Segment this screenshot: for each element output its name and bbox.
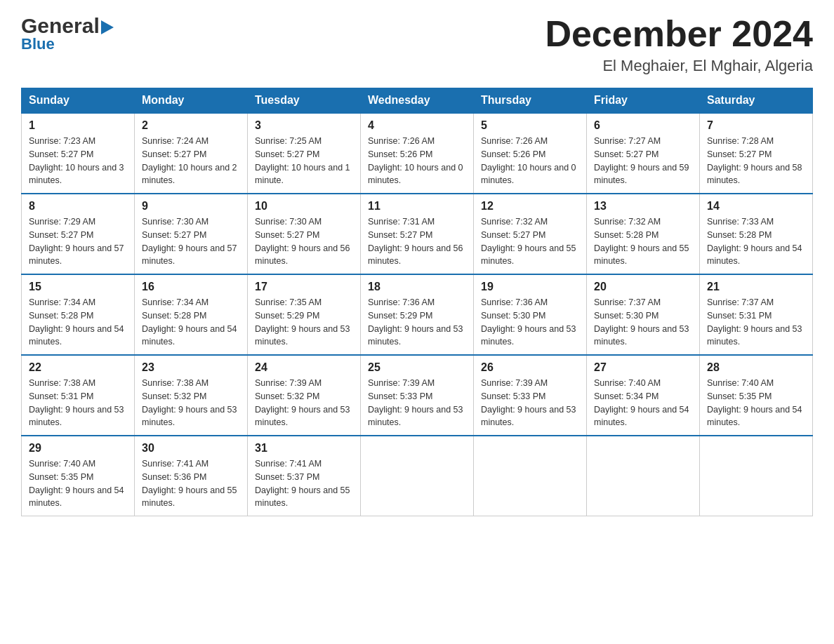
day-info: Sunrise: 7:41 AMSunset: 5:37 PMDaylight:… (255, 457, 353, 510)
day-number: 12 (481, 200, 579, 213)
calendar-day-cell: 4Sunrise: 7:26 AMSunset: 5:26 PMDaylight… (361, 113, 474, 194)
day-info: Sunrise: 7:41 AMSunset: 5:36 PMDaylight:… (142, 457, 240, 510)
day-number: 22 (29, 361, 127, 374)
calendar-empty-cell (474, 436, 587, 516)
calendar-day-cell: 1Sunrise: 7:23 AMSunset: 5:27 PMDaylight… (22, 113, 135, 194)
logo-blue-text: Blue (21, 35, 55, 53)
calendar-day-cell: 3Sunrise: 7:25 AMSunset: 5:27 PMDaylight… (248, 113, 361, 194)
day-info: Sunrise: 7:23 AMSunset: 5:27 PMDaylight:… (29, 135, 127, 187)
calendar-day-cell: 26Sunrise: 7:39 AMSunset: 5:33 PMDayligh… (474, 355, 587, 436)
day-info: Sunrise: 7:29 AMSunset: 5:27 PMDaylight:… (29, 215, 127, 268)
day-number: 20 (594, 281, 692, 293)
logo: General Blue (21, 14, 114, 53)
weekday-header-thursday: Thursday (474, 88, 587, 114)
day-number: 13 (594, 200, 692, 213)
weekday-header-monday: Monday (135, 88, 248, 114)
weekday-header-tuesday: Tuesday (248, 88, 361, 114)
month-title: December 2024 (545, 14, 813, 54)
day-info: Sunrise: 7:24 AMSunset: 5:27 PMDaylight:… (142, 135, 240, 187)
day-info: Sunrise: 7:32 AMSunset: 5:27 PMDaylight:… (481, 215, 579, 268)
day-info: Sunrise: 7:40 AMSunset: 5:35 PMDaylight:… (29, 457, 127, 510)
day-number: 28 (707, 361, 805, 374)
calendar-week-row: 15Sunrise: 7:34 AMSunset: 5:28 PMDayligh… (22, 274, 813, 355)
weekday-header-friday: Friday (587, 88, 700, 114)
title-block: December 2024 El Meghaier, El Mghair, Al… (545, 14, 813, 75)
day-info: Sunrise: 7:32 AMSunset: 5:28 PMDaylight:… (594, 215, 692, 268)
day-number: 3 (255, 119, 353, 132)
day-number: 7 (707, 119, 805, 132)
calendar-week-row: 1Sunrise: 7:23 AMSunset: 5:27 PMDaylight… (22, 113, 813, 194)
day-number: 31 (255, 442, 353, 455)
day-info: Sunrise: 7:34 AMSunset: 5:28 PMDaylight:… (29, 296, 127, 349)
day-info: Sunrise: 7:25 AMSunset: 5:27 PMDaylight:… (255, 135, 353, 187)
day-info: Sunrise: 7:37 AMSunset: 5:30 PMDaylight:… (594, 296, 692, 349)
day-number: 30 (142, 442, 240, 455)
calendar-day-cell: 2Sunrise: 7:24 AMSunset: 5:27 PMDaylight… (135, 113, 248, 194)
calendar-day-cell: 10Sunrise: 7:30 AMSunset: 5:27 PMDayligh… (248, 194, 361, 274)
calendar-week-row: 22Sunrise: 7:38 AMSunset: 5:31 PMDayligh… (22, 355, 813, 436)
calendar-table: SundayMondayTuesdayWednesdayThursdayFrid… (21, 88, 813, 516)
calendar-week-row: 29Sunrise: 7:40 AMSunset: 5:35 PMDayligh… (22, 436, 813, 516)
calendar-day-cell: 27Sunrise: 7:40 AMSunset: 5:34 PMDayligh… (587, 355, 700, 436)
calendar-empty-cell (361, 436, 474, 516)
calendar-empty-cell (587, 436, 700, 516)
calendar-day-cell: 17Sunrise: 7:35 AMSunset: 5:29 PMDayligh… (248, 274, 361, 355)
weekday-header-sunday: Sunday (22, 88, 135, 114)
day-number: 23 (142, 361, 240, 374)
logo-general-text: General (21, 14, 100, 38)
page-header: General Blue December 2024 El Meghaier, … (21, 14, 813, 75)
day-info: Sunrise: 7:39 AMSunset: 5:33 PMDaylight:… (368, 377, 466, 429)
day-number: 16 (142, 281, 240, 293)
calendar-day-cell: 11Sunrise: 7:31 AMSunset: 5:27 PMDayligh… (361, 194, 474, 274)
day-number: 11 (368, 200, 466, 213)
day-number: 24 (255, 361, 353, 374)
day-info: Sunrise: 7:39 AMSunset: 5:33 PMDaylight:… (481, 377, 579, 429)
calendar-day-cell: 22Sunrise: 7:38 AMSunset: 5:31 PMDayligh… (22, 355, 135, 436)
day-number: 9 (142, 200, 240, 213)
day-number: 8 (29, 200, 127, 213)
calendar-day-cell: 24Sunrise: 7:39 AMSunset: 5:32 PMDayligh… (248, 355, 361, 436)
day-number: 6 (594, 119, 692, 132)
day-number: 26 (481, 361, 579, 374)
calendar-day-cell: 14Sunrise: 7:33 AMSunset: 5:28 PMDayligh… (700, 194, 813, 274)
day-info: Sunrise: 7:36 AMSunset: 5:29 PMDaylight:… (368, 296, 466, 349)
day-info: Sunrise: 7:35 AMSunset: 5:29 PMDaylight:… (255, 296, 353, 349)
calendar-empty-cell (700, 436, 813, 516)
weekday-header-row: SundayMondayTuesdayWednesdayThursdayFrid… (22, 88, 813, 114)
calendar-day-cell: 13Sunrise: 7:32 AMSunset: 5:28 PMDayligh… (587, 194, 700, 274)
calendar-day-cell: 23Sunrise: 7:38 AMSunset: 5:32 PMDayligh… (135, 355, 248, 436)
calendar-day-cell: 31Sunrise: 7:41 AMSunset: 5:37 PMDayligh… (248, 436, 361, 516)
calendar-day-cell: 7Sunrise: 7:28 AMSunset: 5:27 PMDaylight… (700, 113, 813, 194)
calendar-day-cell: 25Sunrise: 7:39 AMSunset: 5:33 PMDayligh… (361, 355, 474, 436)
day-info: Sunrise: 7:38 AMSunset: 5:31 PMDaylight:… (29, 377, 127, 429)
day-info: Sunrise: 7:28 AMSunset: 5:27 PMDaylight:… (707, 135, 805, 187)
day-number: 19 (481, 281, 579, 293)
day-info: Sunrise: 7:34 AMSunset: 5:28 PMDaylight:… (142, 296, 240, 349)
day-number: 27 (594, 361, 692, 374)
day-info: Sunrise: 7:37 AMSunset: 5:31 PMDaylight:… (707, 296, 805, 349)
calendar-day-cell: 15Sunrise: 7:34 AMSunset: 5:28 PMDayligh… (22, 274, 135, 355)
calendar-day-cell: 20Sunrise: 7:37 AMSunset: 5:30 PMDayligh… (587, 274, 700, 355)
calendar-day-cell: 29Sunrise: 7:40 AMSunset: 5:35 PMDayligh… (22, 436, 135, 516)
calendar-day-cell: 16Sunrise: 7:34 AMSunset: 5:28 PMDayligh… (135, 274, 248, 355)
calendar-day-cell: 6Sunrise: 7:27 AMSunset: 5:27 PMDaylight… (587, 113, 700, 194)
day-info: Sunrise: 7:26 AMSunset: 5:26 PMDaylight:… (368, 135, 466, 187)
location-title: El Meghaier, El Mghair, Algeria (545, 57, 813, 75)
day-info: Sunrise: 7:30 AMSunset: 5:27 PMDaylight:… (255, 215, 353, 268)
calendar-day-cell: 18Sunrise: 7:36 AMSunset: 5:29 PMDayligh… (361, 274, 474, 355)
day-info: Sunrise: 7:36 AMSunset: 5:30 PMDaylight:… (481, 296, 579, 349)
day-number: 4 (368, 119, 466, 132)
day-info: Sunrise: 7:26 AMSunset: 5:26 PMDaylight:… (481, 135, 579, 187)
day-info: Sunrise: 7:27 AMSunset: 5:27 PMDaylight:… (594, 135, 692, 187)
day-info: Sunrise: 7:39 AMSunset: 5:32 PMDaylight:… (255, 377, 353, 429)
day-info: Sunrise: 7:31 AMSunset: 5:27 PMDaylight:… (368, 215, 466, 268)
day-number: 14 (707, 200, 805, 213)
day-number: 5 (481, 119, 579, 132)
logo-triangle-icon (101, 20, 114, 34)
calendar-day-cell: 19Sunrise: 7:36 AMSunset: 5:30 PMDayligh… (474, 274, 587, 355)
calendar-day-cell: 9Sunrise: 7:30 AMSunset: 5:27 PMDaylight… (135, 194, 248, 274)
calendar-day-cell: 21Sunrise: 7:37 AMSunset: 5:31 PMDayligh… (700, 274, 813, 355)
calendar-day-cell: 8Sunrise: 7:29 AMSunset: 5:27 PMDaylight… (22, 194, 135, 274)
day-number: 25 (368, 361, 466, 374)
weekday-header-saturday: Saturday (700, 88, 813, 114)
